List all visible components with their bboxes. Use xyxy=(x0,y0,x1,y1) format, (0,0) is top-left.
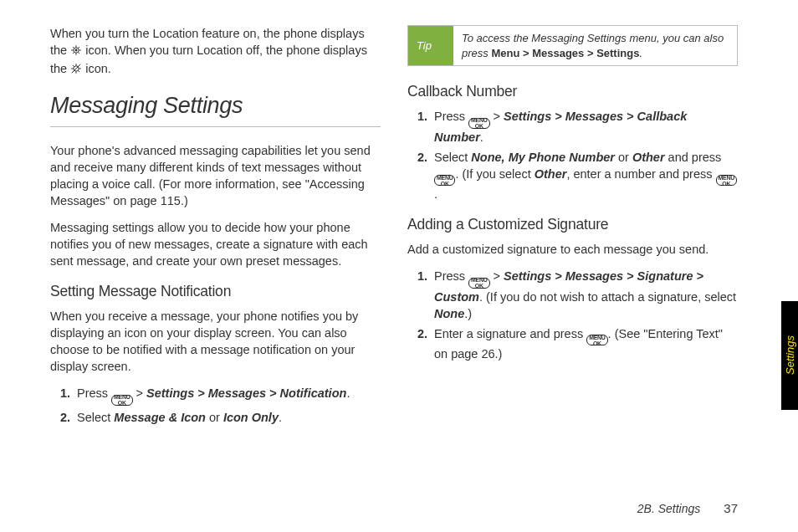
subheading-callback: Callback Number xyxy=(407,81,738,101)
subheading-notification: Setting Message Notification xyxy=(50,281,381,301)
location-on-icon xyxy=(70,43,82,60)
notification-body: When you receive a message, your phone n… xyxy=(50,308,381,375)
step-item: Press MENU OK > Settings > Messages > No… xyxy=(74,385,381,406)
location-off-icon xyxy=(70,62,82,79)
menu-ok-key-icon: MENU OK xyxy=(468,118,489,129)
step-item: Press MENU OK > Settings > Messages > Ca… xyxy=(431,108,738,146)
svg-point-1 xyxy=(75,49,78,52)
section-para-2: Messaging settings allow you to decide h… xyxy=(50,219,381,269)
step-item: Select None, My Phone Number or Other an… xyxy=(431,149,738,203)
side-tab: Settings xyxy=(781,301,798,410)
nav-path: Settings > Messages > Notification xyxy=(146,386,346,400)
page-number: 37 xyxy=(724,501,738,515)
left-column: When you turn the Location feature on, t… xyxy=(50,25,381,437)
page: When you turn the Location feature on, t… xyxy=(0,0,798,463)
intro-paragraph: When you turn the Location feature on, t… xyxy=(50,25,381,79)
menu-ok-key-icon: MENU OK xyxy=(434,175,455,186)
step-item: Enter a signature and press MENU OK. (Se… xyxy=(431,325,738,363)
step-text: Press xyxy=(77,386,111,400)
notification-steps: Press MENU OK > Settings > Messages > No… xyxy=(50,385,381,426)
page-footer: 2B. Settings 37 xyxy=(637,501,738,515)
section-para-1: Your phone's advanced messaging capabili… xyxy=(50,142,381,209)
callback-steps: Press MENU OK > Settings > Messages > Ca… xyxy=(407,108,738,202)
menu-ok-key-icon: MENU OK xyxy=(586,335,607,345)
section-rule xyxy=(50,126,381,127)
intro-text-3: icon. xyxy=(85,62,111,75)
step-item: Select Message & Icon or Icon Only. xyxy=(74,409,381,426)
signature-intro: Add a customized signature to each messa… xyxy=(407,241,738,258)
step-item: Press MENU OK > Settings > Messages > Si… xyxy=(431,268,738,322)
menu-ok-key-icon: MENU OK xyxy=(716,175,737,186)
tip-body: To access the Messaging Settings menu, y… xyxy=(453,26,737,65)
tip-box: Tip To access the Messaging Settings men… xyxy=(407,25,738,66)
footer-section: 2B. Settings xyxy=(637,502,701,515)
subheading-signature: Adding a Customized Signature xyxy=(407,214,738,234)
menu-ok-key-icon: MENU OK xyxy=(468,278,489,289)
tip-label: Tip xyxy=(408,26,453,65)
section-heading: Messaging Settings xyxy=(50,90,381,121)
right-column: Tip To access the Messaging Settings men… xyxy=(407,25,738,437)
menu-ok-key-icon: MENU OK xyxy=(111,395,132,406)
signature-steps: Press MENU OK > Settings > Messages > Si… xyxy=(407,268,738,362)
